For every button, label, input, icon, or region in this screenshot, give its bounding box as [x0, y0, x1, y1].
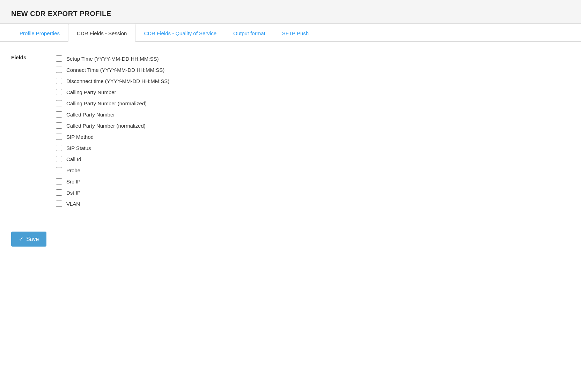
checkbox-sip-method[interactable] — [56, 134, 62, 140]
fields-label: Fields — [11, 53, 39, 60]
footer-bar: ✓ Save — [0, 223, 581, 255]
list-item[interactable]: SIP Status — [56, 142, 169, 153]
tab-output-format[interactable]: Output format — [225, 24, 274, 41]
checkbox-label-called-party-number-normalized: Called Party Number (normalized) — [66, 123, 146, 129]
fields-section: Fields Setup Time (YYYY-MM-DD HH:MM:SS) … — [11, 53, 570, 209]
save-button[interactable]: ✓ Save — [11, 232, 46, 247]
checkbox-src-ip[interactable] — [56, 178, 62, 184]
checkbox-dst-ip[interactable] — [56, 189, 62, 196]
list-item[interactable]: Call Id — [56, 153, 169, 165]
checkbox-list: Setup Time (YYYY-MM-DD HH:MM:SS) Connect… — [56, 53, 169, 209]
checkbox-label-src-ip: Src IP — [66, 179, 81, 184]
checkbox-called-party-number[interactable] — [56, 111, 62, 118]
tab-cdr-fields-qos[interactable]: CDR Fields - Quality of Service — [135, 24, 225, 41]
checkbox-label-connect-time: Connect Time (YYYY-MM-DD HH:MM:SS) — [66, 67, 164, 73]
checkbox-label-vlan: VLAN — [66, 201, 80, 207]
list-item[interactable]: Src IP — [56, 176, 169, 187]
checkbox-label-called-party-number: Called Party Number — [66, 112, 115, 118]
tab-profile-properties[interactable]: Profile Properties — [11, 24, 68, 41]
content-area: Fields Setup Time (YYYY-MM-DD HH:MM:SS) … — [0, 42, 581, 223]
list-item[interactable]: Setup Time (YYYY-MM-DD HH:MM:SS) — [56, 53, 169, 64]
checkbox-call-id[interactable] — [56, 156, 62, 162]
checkbox-vlan[interactable] — [56, 201, 62, 207]
list-item[interactable]: Disconnect time (YYYY-MM-DD HH:MM:SS) — [56, 75, 169, 86]
checkbox-called-party-number-normalized[interactable] — [56, 122, 62, 129]
checkbox-disconnect-time[interactable] — [56, 78, 62, 84]
list-item[interactable]: Calling Party Number (normalized) — [56, 98, 169, 109]
list-item[interactable]: Calling Party Number — [56, 86, 169, 98]
page-wrapper: NEW CDR EXPORT PROFILE Profile Propertie… — [0, 0, 581, 392]
checkbox-label-calling-party-number-normalized: Calling Party Number (normalized) — [66, 100, 147, 106]
checkbox-sip-status[interactable] — [56, 145, 62, 151]
checkbox-probe[interactable] — [56, 167, 62, 173]
list-item[interactable]: Called Party Number — [56, 109, 169, 120]
checkbox-label-sip-method: SIP Method — [66, 134, 94, 140]
page-header: NEW CDR EXPORT PROFILE — [0, 0, 581, 24]
checkbox-label-sip-status: SIP Status — [66, 145, 91, 151]
list-item[interactable]: Dst IP — [56, 187, 169, 198]
checkbox-label-disconnect-time: Disconnect time (YYYY-MM-DD HH:MM:SS) — [66, 78, 169, 84]
checkbox-label-probe: Probe — [66, 167, 80, 173]
checkbox-label-calling-party-number: Calling Party Number — [66, 89, 116, 95]
list-item[interactable]: Probe — [56, 165, 169, 176]
checkbox-calling-party-number[interactable] — [56, 89, 62, 95]
save-button-label: Save — [26, 236, 39, 242]
tab-sftp-push[interactable]: SFTP Push — [274, 24, 317, 41]
save-icon: ✓ — [19, 236, 23, 242]
list-item[interactable]: SIP Method — [56, 131, 169, 142]
checkbox-connect-time[interactable] — [56, 67, 62, 73]
checkbox-setup-time[interactable] — [56, 55, 62, 62]
page-title: NEW CDR EXPORT PROFILE — [11, 10, 570, 18]
tabs-bar: Profile Properties CDR Fields - Session … — [0, 24, 581, 42]
list-item[interactable]: Called Party Number (normalized) — [56, 120, 169, 131]
list-item[interactable]: Connect Time (YYYY-MM-DD HH:MM:SS) — [56, 64, 169, 75]
checkbox-label-setup-time: Setup Time (YYYY-MM-DD HH:MM:SS) — [66, 56, 159, 62]
tab-cdr-fields-session[interactable]: CDR Fields - Session — [68, 24, 135, 42]
checkbox-calling-party-number-normalized[interactable] — [56, 100, 62, 106]
list-item[interactable]: VLAN — [56, 198, 169, 209]
checkbox-label-dst-ip: Dst IP — [66, 190, 81, 196]
checkbox-label-call-id: Call Id — [66, 156, 81, 162]
